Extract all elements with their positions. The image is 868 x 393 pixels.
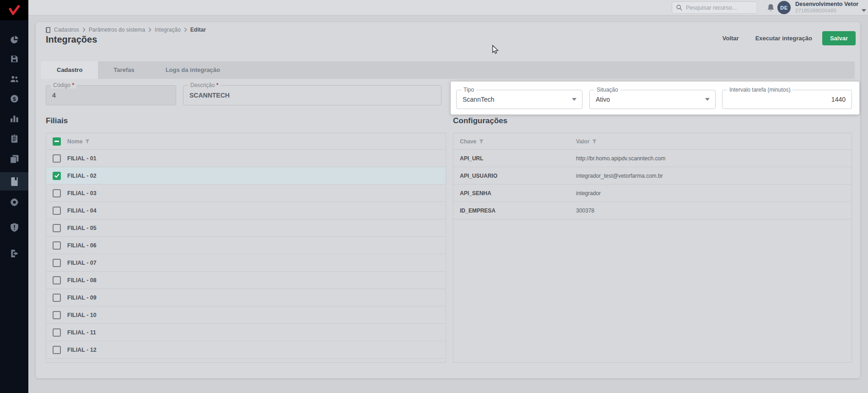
filial-name: FILIAL - 08: [67, 277, 97, 284]
filial-row[interactable]: FILIAL - 05: [46, 219, 446, 237]
intervalo-field[interactable]: Intervalo tarefa (minutos): [722, 90, 852, 109]
tab-logs-da-integra-o[interactable]: Logs da integração: [150, 61, 236, 79]
descricao-field[interactable]: Descrição *: [183, 85, 442, 105]
chevron-right-icon: [148, 27, 151, 32]
filial-row[interactable]: FILIAL - 03: [46, 185, 446, 202]
config-row[interactable]: ID_EMPRESA300378: [453, 202, 852, 219]
codigo-label: Código: [53, 82, 70, 88]
filial-name: FILIAL - 10: [67, 312, 97, 318]
sidebar-item-save[interactable]: [0, 49, 28, 68]
dropdown-caret-icon[interactable]: [572, 98, 577, 101]
filial-name: FILIAL - 09: [67, 295, 97, 301]
filiais-rows: FILIAL - 01FILIAL - 02FILIAL - 03FILIAL …: [46, 150, 446, 363]
search-box[interactable]: [672, 1, 757, 14]
config-key: API_SENHA: [453, 190, 576, 196]
gear-icon: [10, 198, 19, 207]
bar-chart-icon: [10, 114, 19, 123]
sidebar-item-book[interactable]: [0, 172, 28, 191]
dollar-icon: $: [10, 94, 19, 103]
sidebar-item-pie-chart[interactable]: [0, 30, 28, 49]
user-menu[interactable]: Desenvolvimento Vetor 27185388000485: [795, 1, 868, 15]
config-key: API_USUARIO: [453, 173, 576, 179]
sidebar-item-shield-alert[interactable]: [0, 218, 28, 236]
filial-row[interactable]: [46, 359, 446, 363]
filter-funnel-icon[interactable]: [85, 139, 90, 144]
filial-row[interactable]: FILIAL - 12: [46, 341, 446, 359]
book-icon: [10, 177, 19, 186]
configuracoes-rows: API_URLhttp://br.homo.apipdv.scanntech.c…: [453, 150, 852, 219]
checkbox-icon[interactable]: [53, 259, 61, 267]
search-input[interactable]: [686, 5, 750, 11]
tab-cadastro[interactable]: Cadastro: [41, 61, 98, 79]
config-row[interactable]: API_URLhttp://br.homo.apipdv.scanntech.c…: [453, 150, 852, 167]
sidebar-item-bar-chart[interactable]: [0, 109, 28, 127]
checkbox-icon[interactable]: [53, 311, 61, 319]
executar-integracao-button[interactable]: Executar integração: [749, 31, 819, 45]
filial-name: FILIAL - 06: [67, 242, 97, 249]
config-row[interactable]: API_USUARIOintegrador_test@vetorfarma.co…: [453, 167, 852, 185]
notifications-bell-icon[interactable]: [767, 4, 775, 12]
intervalo-input[interactable]: [722, 90, 852, 109]
checkbox-icon[interactable]: [53, 294, 61, 302]
filial-row[interactable]: FILIAL - 02: [46, 167, 446, 185]
checkbox-icon[interactable]: [53, 207, 61, 215]
content-card: CadastrosParâmetros do sistemaIntegração…: [36, 22, 860, 378]
tab-tarefas[interactable]: Tarefas: [98, 61, 150, 79]
descricao-label: Descrição: [190, 82, 215, 88]
chevron-down-icon[interactable]: [862, 9, 866, 12]
checkbox-icon[interactable]: [53, 276, 61, 284]
config-column-chave: Chave: [460, 138, 476, 145]
checkbox-icon[interactable]: [53, 189, 61, 197]
app-root: { "colors": { "accent_green": "#27a165",…: [0, 0, 868, 393]
breadcrumb-item[interactable]: Parâmetros do sistema: [89, 27, 145, 33]
voltar-button[interactable]: Voltar: [716, 31, 745, 45]
filter-funnel-icon[interactable]: [479, 139, 484, 144]
checkbox-icon[interactable]: [53, 328, 61, 337]
filial-row[interactable]: FILIAL - 10: [46, 306, 446, 324]
avatar[interactable]: DE: [777, 1, 791, 14]
checkbox-icon[interactable]: [53, 241, 61, 250]
filial-name: FILIAL - 05: [67, 225, 97, 231]
filial-name: FILIAL - 03: [67, 190, 97, 196]
checkbox-icon[interactable]: [53, 346, 61, 354]
search-icon: [676, 5, 682, 11]
tipo-label: Tipo: [461, 87, 476, 93]
salvar-button[interactable]: Salvar: [822, 31, 856, 45]
checkbox-checked-icon[interactable]: [53, 172, 61, 180]
sidebar-item-documents[interactable]: [0, 150, 28, 168]
breadcrumb-item[interactable]: Integração: [155, 27, 181, 33]
filial-row[interactable]: FILIAL - 08: [46, 272, 446, 289]
shield-alert-icon: [10, 223, 19, 232]
filial-row[interactable]: FILIAL - 07: [46, 254, 446, 272]
users-icon: [10, 75, 19, 83]
checkbox-icon[interactable]: [53, 154, 61, 163]
filial-row[interactable]: FILIAL - 01: [46, 150, 446, 167]
dropdown-caret-icon[interactable]: [705, 98, 710, 101]
page-title: Integrações: [46, 34, 97, 45]
select-all-checkbox-indeterminate-icon[interactable]: [53, 137, 61, 146]
sidebar-item-logout[interactable]: [0, 244, 28, 262]
sidebar-item-gear[interactable]: [0, 193, 28, 211]
situacao-select[interactable]: Situação Ativo: [589, 90, 716, 109]
tipo-select[interactable]: Tipo ScannTech: [456, 90, 582, 109]
sidebar-item-dollar[interactable]: $: [0, 89, 28, 108]
sidebar-item-users[interactable]: [0, 70, 28, 88]
filial-row[interactable]: FILIAL - 09: [46, 289, 446, 306]
filter-funnel-icon[interactable]: [592, 139, 597, 144]
filial-name: FILIAL - 11: [67, 329, 96, 336]
config-value: integrador_test@vetorfarma.com.br: [576, 173, 663, 179]
descricao-input[interactable]: [183, 86, 441, 105]
config-row[interactable]: API_SENHAintegrador: [453, 185, 852, 202]
app-logo[interactable]: [0, 0, 28, 20]
filiais-table: Nome FILIAL - 01FILIAL - 02FILIAL - 03FI…: [46, 133, 446, 363]
checkbox-icon[interactable]: [53, 224, 61, 232]
config-value: 300378: [576, 207, 594, 214]
topbar: DE Desenvolvimento Vetor 27185388000485: [28, 0, 868, 16]
filial-row[interactable]: FILIAL - 04: [46, 202, 446, 219]
filial-row[interactable]: FILIAL - 06: [46, 237, 446, 254]
filial-row[interactable]: FILIAL - 11: [46, 324, 446, 341]
breadcrumb-item[interactable]: Cadastros: [54, 27, 79, 33]
chevron-right-icon: [184, 27, 187, 32]
sidebar-item-clipboard[interactable]: [0, 129, 28, 147]
sidebar: $: [0, 0, 28, 393]
